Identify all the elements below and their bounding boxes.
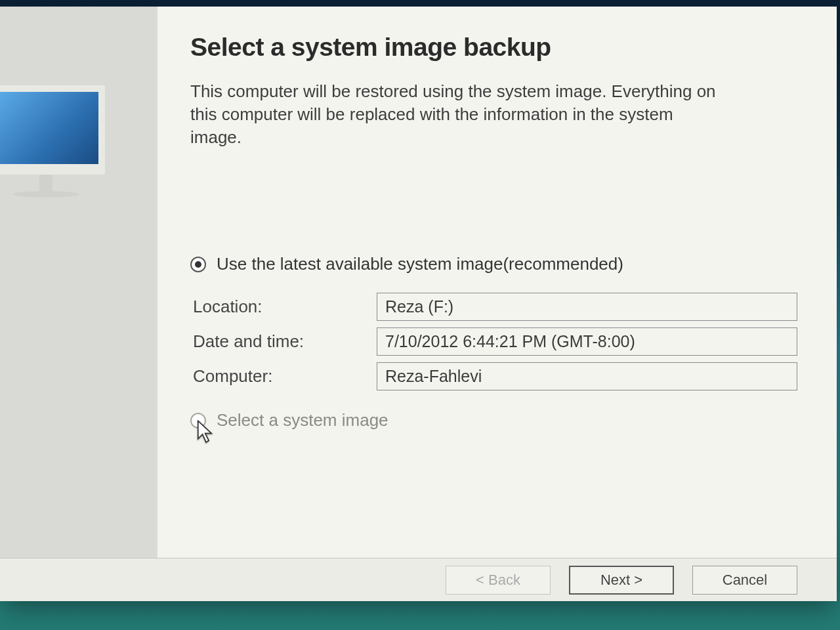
radio-use-latest-label: Use the latest available system image(re…	[217, 254, 623, 274]
field-computer-row: Computer: Reza-Fahlevi	[193, 362, 797, 390]
wizard-content: Select a system image backup This comput…	[158, 7, 837, 558]
field-datetime-value: 7/10/2012 6:44:21 PM (GMT-8:00)	[377, 327, 797, 356]
field-datetime-row: Date and time: 7/10/2012 6:44:21 PM (GMT…	[193, 327, 797, 356]
dialog-title: Select a system image backup	[190, 33, 797, 62]
next-button[interactable]: Next >	[569, 566, 674, 595]
back-button[interactable]: < Back	[446, 566, 551, 595]
field-computer-label: Computer:	[193, 362, 377, 390]
restore-wizard-dialog: Select a system image backup This comput…	[0, 7, 837, 600]
wizard-body: Select a system image backup This comput…	[0, 7, 837, 558]
wizard-button-bar: < Back Next > Cancel	[0, 558, 837, 601]
radio-select-image-label: Select a system image	[217, 410, 388, 430]
field-location-label: Location:	[193, 293, 377, 321]
radio-select-image[interactable]: Select a system image	[190, 410, 797, 430]
latest-image-fields: Location: Reza (F:) Date and time: 7/10/…	[193, 293, 797, 390]
cancel-button[interactable]: Cancel	[692, 566, 797, 595]
radio-icon	[190, 413, 206, 429]
radio-use-latest[interactable]: Use the latest available system image(re…	[190, 254, 797, 274]
field-location-row: Location: Reza (F:)	[193, 293, 797, 321]
wizard-side-graphic	[0, 7, 158, 558]
desktop-background: Select a system image backup This comput…	[0, 0, 840, 630]
field-computer-value: Reza-Fahlevi	[377, 362, 797, 390]
radio-icon	[190, 257, 206, 272]
field-datetime-label: Date and time:	[193, 327, 377, 356]
dialog-description: This computer will be restored using the…	[190, 80, 728, 149]
field-location-value: Reza (F:)	[377, 293, 797, 321]
monitor-icon	[0, 85, 112, 210]
